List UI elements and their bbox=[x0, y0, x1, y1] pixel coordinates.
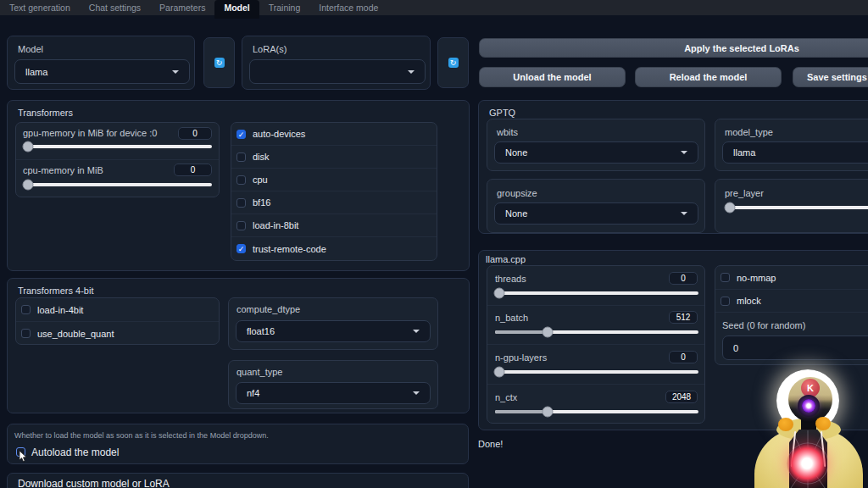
avatar-chest-orb bbox=[787, 443, 827, 484]
avatar-drawstring-right bbox=[821, 431, 826, 467]
cpu-memory-input[interactable]: 0 bbox=[174, 164, 212, 176]
threads-label: threads bbox=[495, 274, 526, 284]
cpu-memory-label: cpu-memory in MiB bbox=[23, 165, 103, 175]
llama-cpp-title: llama.cpp bbox=[486, 254, 526, 264]
autoload-panel: Whether to load the model as soon as it … bbox=[7, 424, 469, 464]
checkbox-disk[interactable]: disk bbox=[231, 146, 437, 169]
seed-label: Seed (0 for random) bbox=[722, 320, 805, 330]
llama-cpp-sliders-card: threads 0 n_batch 512 n-gpu-layers 0 n_c… bbox=[487, 265, 705, 424]
groupsize-label: groupsize bbox=[497, 188, 537, 198]
chevron-down-icon bbox=[408, 70, 415, 74]
chevron-down-icon bbox=[413, 391, 420, 395]
checkbox-auto-devices[interactable]: ✓auto-devices bbox=[231, 123, 437, 146]
top-tab-bar: Text generation Chat settings Parameters… bbox=[0, 0, 868, 15]
checkbox-load-in-4bit[interactable]: load-in-4bit bbox=[16, 298, 219, 322]
checkbox-icon: ✓ bbox=[236, 244, 246, 253]
download-panel: Download custom model or LoRA bbox=[7, 473, 469, 488]
n-ctx-label: n_ctx bbox=[495, 392, 517, 402]
refresh-icon: ↻ bbox=[448, 58, 459, 68]
lora-dropdown[interactable] bbox=[249, 59, 426, 84]
tab-parameters[interactable]: Parameters bbox=[150, 0, 214, 15]
transformers-4bit-title: Transformers 4-bit bbox=[18, 286, 93, 296]
pre-layer-card: pre_layer bbox=[715, 179, 868, 233]
save-settings-button[interactable]: Save settings f bbox=[793, 67, 868, 87]
model-refresh-button[interactable]: ↻ bbox=[203, 37, 235, 88]
n-gpu-layers-slider[interactable] bbox=[495, 370, 698, 374]
autoload-label: Autoload the model bbox=[31, 446, 119, 458]
wbits-dropdown[interactable]: None bbox=[494, 141, 698, 164]
gpu-memory-slider[interactable] bbox=[25, 145, 212, 148]
compute-dtype-card: compute_dtype float16 bbox=[228, 297, 438, 350]
avatar-drawstring-left bbox=[791, 431, 796, 467]
threads-slider[interactable] bbox=[495, 291, 698, 295]
checkbox-cpu[interactable]: cpu bbox=[231, 169, 437, 191]
model-dropdown[interactable]: llama bbox=[14, 59, 190, 84]
n-gpu-layers-input[interactable]: 0 bbox=[669, 351, 698, 363]
transformers-4bit-panel: Transformers 4-bit load-in-4bit use_doub… bbox=[7, 278, 470, 413]
n-gpu-layers-label: n-gpu-layers bbox=[495, 352, 547, 363]
unload-model-button[interactable]: Unload the model bbox=[479, 67, 626, 87]
tab-interface-mode[interactable]: Interface mode bbox=[309, 0, 387, 15]
n-ctx-slider[interactable] bbox=[495, 410, 698, 413]
status-text: Done! bbox=[478, 439, 503, 449]
llama-cpp-panel: llama.cpp threads 0 n_batch 512 n-gpu-la… bbox=[478, 250, 868, 430]
checkbox-bf16[interactable]: bf16 bbox=[231, 191, 437, 214]
groupsize-dropdown[interactable]: None bbox=[494, 202, 698, 225]
gptq-panel: GPTQ wbits None model_type llama groupsi… bbox=[478, 100, 868, 234]
compute-dtype-label: compute_dtype bbox=[236, 304, 300, 314]
avatar-chest bbox=[789, 430, 827, 488]
model-label: Model bbox=[18, 44, 43, 54]
checkbox-icon bbox=[236, 175, 246, 185]
model-dropdown-value: llama bbox=[25, 67, 47, 77]
transformers-panel: Transformers gpu-memory in MiB for devic… bbox=[7, 100, 470, 271]
cpu-memory-slider[interactable] bbox=[25, 183, 212, 186]
tab-training[interactable]: Training bbox=[259, 0, 310, 15]
lora-label: LoRA(s) bbox=[253, 44, 287, 54]
compute-dtype-dropdown[interactable]: float16 bbox=[236, 320, 431, 342]
chevron-down-icon bbox=[681, 212, 687, 215]
transformers-4bit-flags-card: load-in-4bit use_double_quant bbox=[15, 297, 220, 345]
apply-loras-button[interactable]: Apply the selected LoRAs bbox=[479, 38, 868, 58]
checkbox-icon bbox=[236, 198, 246, 208]
checkbox-icon bbox=[236, 152, 246, 162]
n-ctx-input[interactable]: 2048 bbox=[665, 391, 698, 403]
n-batch-label: n_batch bbox=[495, 313, 528, 323]
checkbox-load-in-8bit[interactable]: load-in-8bit bbox=[231, 214, 437, 237]
checkbox-icon bbox=[21, 329, 31, 338]
transformers-title: Transformers bbox=[18, 108, 73, 118]
transformers-flags-card: ✓auto-devices disk cpu bf16 load-in-8bit… bbox=[231, 122, 437, 261]
tab-model[interactable]: Model bbox=[214, 0, 259, 19]
checkbox-icon bbox=[721, 273, 730, 282]
n-batch-slider[interactable] bbox=[495, 330, 698, 334]
model-panel: Model llama bbox=[7, 36, 195, 90]
avatar-hoodie bbox=[754, 429, 863, 488]
memory-sliders-card: gpu-memory in MiB for device :0 0 cpu-me… bbox=[15, 122, 220, 197]
n-batch-input[interactable]: 512 bbox=[669, 311, 698, 324]
chevron-down-icon bbox=[413, 330, 420, 333]
gptq-title: GPTQ bbox=[489, 108, 515, 118]
tab-chat-settings[interactable]: Chat settings bbox=[80, 0, 150, 15]
lora-panel: LoRA(s) bbox=[242, 36, 431, 90]
quant-type-dropdown[interactable]: nf4 bbox=[236, 382, 431, 404]
checkbox-icon bbox=[236, 221, 246, 230]
mouse-cursor bbox=[19, 451, 29, 463]
model-type-dropdown[interactable]: llama bbox=[722, 141, 868, 164]
checkbox-trust-remote-code[interactable]: ✓trust-remote-code bbox=[231, 237, 437, 260]
checkbox-no-mmap[interactable]: no-mmap bbox=[715, 266, 868, 290]
seed-input[interactable]: 0 bbox=[722, 336, 868, 360]
llama-cpp-flags-card: no-mmap mlock Seed (0 for random) 0 bbox=[715, 265, 868, 365]
checkbox-icon bbox=[721, 297, 730, 306]
reload-model-button[interactable]: Reload the model bbox=[635, 67, 782, 87]
lora-refresh-button[interactable]: ↻ bbox=[437, 37, 469, 88]
chevron-down-icon bbox=[172, 70, 179, 74]
refresh-icon: ↻ bbox=[214, 58, 225, 68]
checkbox-mlock[interactable]: mlock bbox=[715, 290, 868, 313]
checkbox-icon bbox=[21, 305, 31, 314]
gpu-memory-input[interactable]: 0 bbox=[178, 127, 212, 140]
tab-text-generation[interactable]: Text generation bbox=[0, 0, 80, 15]
checkbox-use-double-quant[interactable]: use_double_quant bbox=[16, 322, 219, 345]
groupsize-card: groupsize None bbox=[487, 179, 705, 233]
quant-type-label: quant_type bbox=[236, 367, 282, 377]
threads-input[interactable]: 0 bbox=[669, 272, 698, 285]
pre-layer-slider[interactable] bbox=[726, 206, 868, 209]
